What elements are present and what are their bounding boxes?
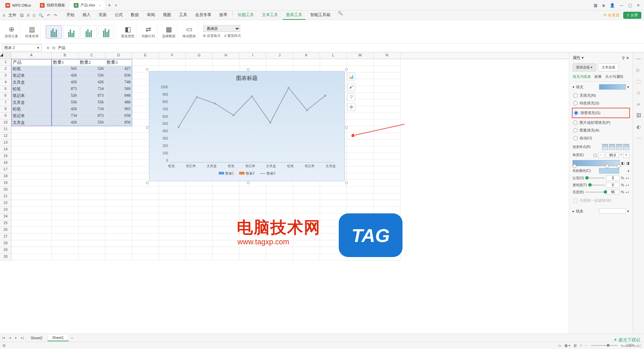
cell[interactable] (293, 193, 320, 200)
cell[interactable] (52, 153, 78, 160)
cell[interactable]: 838 (105, 72, 132, 79)
menu-file[interactable]: 文件 (8, 12, 16, 18)
cell[interactable] (105, 140, 132, 146)
cell[interactable] (374, 99, 400, 106)
chart-preset-3[interactable] (80, 25, 97, 39)
radio-no-fill[interactable]: 无填充(N) (573, 92, 629, 99)
menu-tab-member[interactable]: 会员专享 (192, 11, 215, 20)
cell[interactable] (105, 146, 132, 153)
cell[interactable] (105, 180, 132, 187)
cell[interactable] (11, 187, 52, 193)
cell[interactable] (78, 126, 105, 133)
cell[interactable] (105, 187, 132, 193)
cell[interactable]: 426 (52, 106, 78, 113)
col-K[interactable]: K (293, 52, 320, 59)
cell[interactable] (105, 200, 132, 207)
chart-preset-4[interactable] (98, 25, 114, 39)
col-N[interactable]: N (374, 52, 400, 59)
cell[interactable] (52, 240, 78, 247)
cell[interactable] (347, 160, 374, 166)
col-D[interactable]: D (105, 52, 132, 59)
col-I[interactable]: I (239, 52, 266, 59)
save-icon[interactable]: 🖫 (20, 13, 24, 18)
row-header[interactable]: 17 (0, 166, 11, 173)
zoom-out[interactable]: − (585, 344, 587, 347)
row-header[interactable]: 10 (0, 119, 11, 126)
cell[interactable]: 556 (52, 99, 78, 106)
angle-dial-icon[interactable]: ◯ (593, 153, 597, 157)
cell[interactable]: 873 (78, 93, 105, 99)
cell[interactable] (320, 187, 347, 193)
cell[interactable] (266, 207, 293, 213)
cell[interactable] (374, 207, 400, 213)
menu-tab-page[interactable]: 页面 (95, 11, 110, 20)
brightness-slider[interactable] (585, 192, 605, 193)
view-page-icon[interactable]: ▥ (574, 344, 577, 347)
cell[interactable] (52, 133, 78, 140)
transparency-slider[interactable] (588, 185, 605, 186)
radio-picture-fill[interactable]: 图片或纹理填充(P) (573, 119, 629, 127)
cell[interactable] (105, 133, 132, 140)
row-header[interactable]: 11 (0, 126, 11, 133)
cell[interactable]: 748 (105, 79, 132, 86)
cell[interactable] (132, 254, 159, 260)
cell[interactable] (159, 234, 186, 240)
cell[interactable] (213, 213, 239, 220)
cell[interactable] (78, 220, 105, 227)
undo-icon[interactable]: ↶ (47, 13, 50, 18)
cell[interactable]: 数量3 (105, 59, 132, 66)
cell[interactable] (105, 166, 132, 173)
cell[interactable] (374, 79, 400, 86)
cell[interactable] (159, 220, 186, 227)
cell[interactable] (186, 234, 213, 240)
cell[interactable] (11, 160, 52, 166)
cell[interactable]: 数量2 (78, 59, 105, 66)
fill-preview[interactable] (599, 84, 626, 90)
col-E[interactable]: E (132, 52, 159, 59)
cell[interactable] (266, 193, 293, 200)
cell[interactable] (266, 59, 293, 66)
cell[interactable] (11, 126, 52, 133)
ribbon-switch-rowcol[interactable]: ⇄切换行列 (140, 22, 157, 41)
line-preview[interactable] (599, 208, 626, 214)
update-notice[interactable]: ⟳ 有更新 (603, 12, 620, 18)
cell[interactable] (78, 207, 105, 213)
remove-stop-icon[interactable]: ◨ (626, 161, 629, 165)
cell[interactable]: 873 (78, 113, 105, 119)
cell[interactable] (266, 200, 293, 207)
cell[interactable]: 965 (105, 106, 132, 113)
chart-styles-icon[interactable]: 🖌 (347, 83, 355, 91)
tool-link-icon[interactable]: ∞ (637, 101, 640, 107)
cell[interactable] (105, 207, 132, 213)
cell[interactable] (11, 254, 52, 260)
zoom-slider[interactable] (591, 345, 618, 346)
subtab-size[interactable]: 大小与属性 (605, 74, 624, 79)
cell[interactable] (159, 187, 186, 193)
cell[interactable] (78, 173, 105, 180)
brightness-input[interactable] (606, 190, 620, 195)
cell[interactable] (320, 193, 347, 200)
ribbon-quick-layout[interactable]: ▥快速布局 (23, 22, 41, 41)
cell[interactable] (293, 200, 320, 207)
print-icon[interactable]: ⎙ (33, 13, 35, 18)
col-H[interactable]: H (213, 52, 239, 59)
angle-plus[interactable]: + (623, 152, 629, 158)
menu-tab-formula[interactable]: 公式 (111, 11, 126, 20)
cell[interactable] (293, 254, 320, 260)
redo-icon[interactable]: ↷ (54, 13, 57, 18)
pin-icon[interactable]: ⚲ (622, 56, 625, 60)
position-slider[interactable] (585, 178, 605, 179)
cell[interactable] (374, 146, 400, 153)
row-header[interactable]: 16 (0, 160, 11, 166)
cell[interactable] (186, 213, 213, 220)
cell[interactable] (374, 166, 400, 173)
cell[interactable] (105, 247, 132, 254)
cell[interactable]: 734 (52, 113, 78, 119)
cell[interactable] (78, 187, 105, 193)
tab-wps[interactable]: WWPS Office (1, 1, 35, 10)
cell[interactable] (52, 173, 78, 180)
cell[interactable] (347, 200, 374, 207)
cell[interactable]: 556 (78, 99, 105, 106)
cell[interactable] (11, 200, 52, 207)
row-header[interactable]: 22 (0, 200, 11, 207)
